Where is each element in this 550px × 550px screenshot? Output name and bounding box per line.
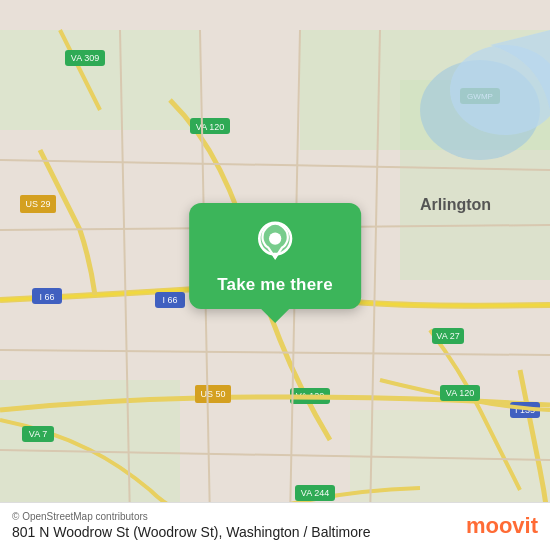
moovit-logo: moovit [466, 513, 538, 539]
svg-text:VA 309: VA 309 [71, 53, 99, 63]
svg-text:VA 120: VA 120 [446, 388, 474, 398]
green-card: Take me there [189, 203, 361, 309]
take-me-there-button[interactable]: Take me there [217, 275, 333, 295]
address-block: © OpenStreetMap contributors 801 N Woodr… [12, 511, 454, 540]
svg-point-45 [269, 232, 281, 244]
address-line: 801 N Woodrow St (Woodrow St), Washingto… [12, 524, 454, 540]
svg-text:US 50: US 50 [200, 389, 225, 399]
svg-text:I 66: I 66 [162, 295, 177, 305]
copyright-text: © OpenStreetMap contributors [12, 511, 454, 522]
bottom-bar: © OpenStreetMap contributors 801 N Woodr… [0, 502, 550, 550]
svg-text:VA 244: VA 244 [301, 488, 329, 498]
svg-text:VA 27: VA 27 [436, 331, 459, 341]
map-container: I 66 I 66 VA 120 VA 120 VA 309 US 29 US … [0, 0, 550, 550]
card-caret [261, 309, 289, 323]
svg-rect-1 [0, 30, 200, 130]
action-button-container: Take me there [189, 203, 361, 323]
svg-text:VA 120: VA 120 [196, 122, 224, 132]
svg-text:VA 7: VA 7 [29, 429, 47, 439]
location-pin-icon [253, 221, 297, 265]
svg-text:US 29: US 29 [25, 199, 50, 209]
moovit-logo-text: moovit [466, 513, 538, 539]
svg-text:Arlington: Arlington [420, 196, 491, 213]
svg-text:I 66: I 66 [39, 292, 54, 302]
